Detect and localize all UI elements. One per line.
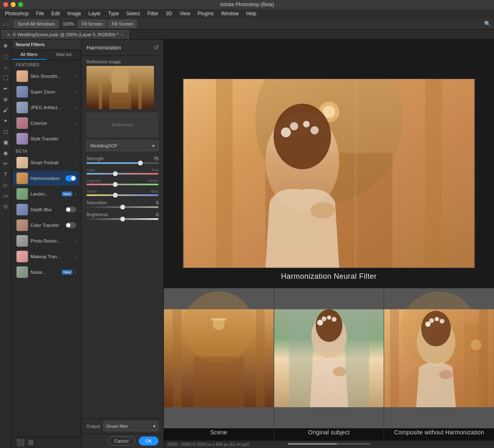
tab-close-icon[interactable]: × — [121, 33, 124, 37]
saturation-slider-group: Saturation 0 — [82, 198, 163, 210]
shape-tool[interactable]: ▭ — [1, 191, 10, 200]
layers-icon[interactable]: ⬛ — [16, 439, 25, 446]
filter-jpeg-artifact[interactable]: JPEG Artifact... › — [13, 100, 79, 115]
weddingdof-dropdown[interactable]: WeddingDOF ▾ — [86, 140, 158, 151]
back-icon[interactable]: ‹ — [3, 21, 5, 27]
heal-tool[interactable]: ⊕ — [1, 95, 10, 104]
original-subject-label: Original subject — [308, 429, 350, 436]
yellow-thumb[interactable] — [113, 193, 118, 198]
scroll-all-windows-btn[interactable]: Scroll All Windows — [14, 20, 58, 28]
tab-all-filters[interactable]: All filters — [12, 50, 47, 60]
filter-photo-restore[interactable]: Photo Restor... › — [13, 233, 79, 248]
menu-help[interactable]: Help — [243, 10, 260, 17]
output-value: Smart filter — [106, 424, 128, 429]
filter-makeup[interactable]: Makeup Tran... › — [13, 249, 79, 264]
saturation-track[interactable] — [86, 206, 158, 208]
forward-icon[interactable]: › — [7, 21, 9, 27]
dropdown-value: WeddingDOF — [90, 143, 117, 148]
horizontal-scrollbar[interactable] — [288, 443, 370, 445]
brightness-track[interactable] — [86, 218, 158, 220]
svg-point-17 — [310, 126, 319, 134]
reset-icon[interactable]: ↺ — [153, 44, 158, 51]
fit-screen-btn[interactable]: Fit Screen — [78, 20, 106, 28]
blur-tool[interactable]: ◉ — [1, 148, 10, 157]
stack-icon[interactable]: ⊞ — [28, 439, 33, 446]
menu-type[interactable]: Type — [105, 10, 122, 17]
brightness-thumb[interactable] — [120, 217, 125, 222]
menu-photoshop[interactable]: Photoshop — [2, 10, 32, 17]
clone-tool[interactable]: ✦ — [1, 116, 10, 125]
fill-screen-btn[interactable]: Fill Screen — [108, 20, 137, 28]
select-tool[interactable]: ⬚ — [1, 52, 10, 61]
cyan-thumb[interactable] — [113, 171, 118, 176]
type-tool[interactable]: T — [1, 170, 10, 179]
menu-edit[interactable]: Edit — [48, 10, 63, 17]
menu-filter[interactable]: Filter — [144, 10, 162, 17]
filter-colorize[interactable]: Colorize › — [13, 116, 79, 131]
eyedropper-tool[interactable]: ✒ — [1, 84, 10, 93]
strength-track[interactable] — [86, 162, 158, 164]
scene-image — [164, 288, 274, 428]
svg-rect-24 — [193, 357, 244, 407]
filter-depth-blur[interactable]: Depth Blur — [13, 202, 79, 217]
cyan-track[interactable] — [86, 173, 158, 175]
filter-color-transfer[interactable]: Color Transfer — [13, 218, 79, 233]
saturation-thumb[interactable] — [120, 205, 125, 210]
yellow-track[interactable] — [86, 194, 158, 196]
menu-layer[interactable]: Layer — [85, 10, 104, 17]
cancel-button[interactable]: Cancel — [107, 436, 135, 446]
eraser-tool[interactable]: ◻ — [1, 127, 10, 136]
harmonization-toggle[interactable] — [65, 175, 76, 181]
menu-file[interactable]: File — [33, 10, 47, 17]
svg-point-52 — [471, 340, 482, 350]
menu-plugins[interactable]: Plugins — [194, 10, 217, 17]
dropdown-chevron: ▾ — [152, 143, 155, 149]
menu-3d[interactable]: 3D — [163, 10, 175, 17]
menu-window[interactable]: Window — [218, 10, 242, 17]
filter-thumb-makeup — [16, 251, 28, 262]
minimize-button[interactable] — [11, 2, 16, 7]
menu-select[interactable]: Select — [123, 10, 143, 17]
title-bar: Adobe Photoshop (Beta) — [0, 0, 494, 9]
depthblur-toggle[interactable] — [65, 207, 76, 212]
maximize-button[interactable] — [18, 2, 23, 7]
menu-view[interactable]: View — [176, 10, 193, 17]
path-tool[interactable]: ▷ — [1, 180, 10, 189]
filter-harmonization[interactable]: Harmonization — [13, 171, 79, 186]
ok-button[interactable]: OK — [139, 436, 158, 446]
chevron-right-icon-noise: › — [75, 270, 76, 275]
zoom-tool-icon[interactable]: ⊙ — [1, 202, 10, 211]
menu-image[interactable]: Image — [64, 10, 84, 17]
tab-wait-list[interactable]: Wait list — [47, 50, 82, 60]
strength-thumb[interactable] — [138, 161, 143, 166]
move-tool[interactable]: ✥ — [1, 41, 10, 50]
brush-tool[interactable]: 🖌 — [1, 105, 10, 114]
svg-point-37 — [327, 315, 331, 320]
filter-smart-portrait[interactable]: Smart Portrait › — [13, 155, 79, 170]
document-tab[interactable]: ⊕ © WeddingScene.psdc @ 200% (Layer 5, R… — [2, 30, 129, 39]
filter-thumb-colortransfer — [16, 219, 28, 231]
filter-noise[interactable]: Noise... New › — [13, 265, 79, 280]
crop-tool[interactable]: ⛶ — [1, 73, 10, 82]
magenta-left-label: Magenta — [86, 179, 101, 183]
output-dropdown[interactable]: Smart filter ▾ — [103, 421, 158, 431]
reference-image[interactable] — [86, 66, 154, 109]
close-button[interactable] — [3, 2, 8, 7]
filter-style-transfer[interactable]: Style Transfer › — [13, 131, 79, 146]
filter-skin-smoothing[interactable]: Skin Smoothi... › — [13, 69, 79, 84]
gradient-tool[interactable]: ▣ — [1, 138, 10, 147]
filter-super-zoom[interactable]: Super Zoom › — [13, 84, 79, 99]
filter-name-jpeg: JPEG Artifact... — [30, 105, 72, 110]
harmonization-settings-panel: Harmonization ↺ Reference image — [82, 40, 164, 448]
svg-rect-22 — [256, 309, 265, 407]
pen-tool[interactable]: ✏ — [1, 159, 10, 168]
magenta-thumb[interactable] — [113, 182, 118, 187]
church-thumbnail — [86, 66, 154, 109]
lasso-tool[interactable]: ⌕ — [1, 63, 10, 72]
colortransfer-toggle[interactable] — [65, 222, 76, 228]
filter-landscape[interactable]: Landsc... New › — [13, 187, 79, 201]
strength-label: Strength — [86, 156, 104, 161]
svg-point-48 — [435, 317, 439, 321]
search-icon[interactable]: 🔍 — [484, 21, 491, 27]
magenta-track[interactable] — [86, 184, 158, 185]
